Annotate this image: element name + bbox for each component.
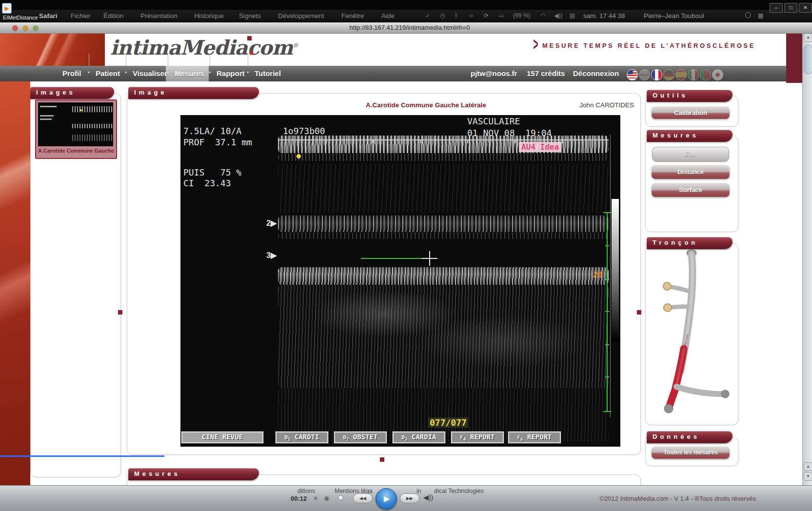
us-depth-label: PROF 37.1 mm [183, 137, 252, 147]
traffic-close-button[interactable] [12, 25, 18, 31]
measurement-line[interactable] [361, 258, 429, 259]
flag-germany-icon[interactable] [663, 69, 674, 80]
logo-registered-mark: ® [293, 42, 298, 49]
us-marker-dot [297, 154, 301, 158]
us-mode-label: VASCULAIRE [467, 116, 520, 126]
user-email[interactable]: pjtw@noos.fr [471, 69, 517, 78]
code-icon[interactable]: ‹› [469, 12, 473, 19]
flag-japan-icon[interactable] [712, 69, 723, 80]
grayscale-bar [612, 199, 619, 341]
player-close-icon[interactable]: ✕ [313, 495, 318, 502]
donnees-panel-tab: Données [647, 431, 733, 443]
page-right-maroon-edge [786, 33, 802, 83]
scroll-up-button-bottom[interactable]: ▲ [804, 462, 812, 471]
us-button-caroti: D1 CAROTI [276, 432, 328, 443]
minimize-button[interactable]: – [770, 3, 783, 13]
surface-button[interactable]: Surface [651, 183, 730, 197]
us-button-cine-revue: CINE REVUE [181, 432, 263, 443]
thumbnail-caption: A.Carotide Commune Gauche [36, 148, 116, 154]
browser-toolbar: http://83.167.41.219/intimamedia.html#h=… [0, 22, 812, 34]
all-measures-button[interactable]: Toutes les mesures [651, 446, 730, 459]
menubar-user[interactable]: Pierre–Jean Touboul [644, 12, 704, 20]
calibration-button[interactable]: Calibration [651, 106, 730, 119]
flag-france-icon[interactable] [651, 69, 662, 80]
splitter-handle-bottom[interactable] [380, 457, 384, 462]
images-panel-tab: Images [30, 87, 114, 99]
us-button-report-5: F5 REPORT [508, 432, 561, 443]
flag-uk-icon[interactable] [639, 69, 650, 80]
tagline-chevron-icon: > [533, 34, 538, 55]
nav-profil[interactable]: Profil [62, 69, 81, 78]
crosshair-v[interactable] [429, 251, 430, 266]
eim-button[interactable]: EIM [652, 147, 729, 161]
header-separator [210, 54, 210, 66]
logout-link[interactable]: Déconnexion [573, 69, 619, 78]
nav-separator-dot: • [125, 69, 127, 76]
volume-icon[interactable]: ◀)) [554, 12, 562, 19]
depth-scale-line [607, 212, 608, 412]
play-button[interactable]: ▶ [376, 488, 397, 510]
player-volume-icon[interactable]: ◀)) [423, 493, 433, 501]
scroll-down-button[interactable]: ▼ [804, 472, 812, 481]
search-icon[interactable] [745, 12, 751, 18]
url-field[interactable]: http://83.167.41.219/intimamedia.html#h=… [244, 24, 575, 32]
menu-signets[interactable]: Signets [239, 12, 261, 20]
traffic-zoom-button[interactable] [33, 25, 39, 31]
player-control-bar: ditions Mentions léga in dical Technolog… [0, 485, 812, 511]
traffic-minimize-button[interactable] [22, 25, 28, 31]
nav-separator-dot: • [167, 69, 169, 76]
close-button[interactable]: ✕ [799, 3, 812, 13]
menu-fichier[interactable]: Fichier [71, 12, 91, 20]
browser-scrollbar[interactable]: ▲ ▲ ▼ [802, 22, 812, 485]
menu-developpement[interactable]: Développement [278, 12, 324, 20]
scroll-thumb[interactable] [804, 45, 812, 74]
us-power-label: PUIS 75 % [183, 167, 241, 177]
distance-button[interactable]: Distance [651, 165, 730, 179]
recorder-app-icon: ▶ [2, 3, 12, 14]
nav-separator-dot: • [88, 69, 90, 76]
logo-text: intimaMedia [110, 36, 247, 59]
image-title: A.Carotide Commune Gauche Latérale [366, 101, 486, 109]
us-marker-2: 2▶ [266, 218, 277, 228]
footer-text-fragment: ditions [297, 488, 315, 494]
flag-italy-icon[interactable] [688, 69, 699, 80]
menu-edition[interactable]: Édition [103, 12, 123, 20]
nav-tutoriel[interactable]: Tutoriel [255, 69, 281, 78]
image-thumbnail-card[interactable]: A.Carotide Commune Gauche [35, 99, 117, 159]
header-separator [168, 54, 168, 66]
bluetooth-icon[interactable]: ᛒ [455, 12, 458, 19]
artery-diagram[interactable]: © 2011 intimaMedia.com [650, 246, 733, 422]
wifi-icon[interactable]: ◠ [540, 12, 545, 19]
display-icon[interactable]: ▭ [498, 12, 504, 19]
splitter-handle-right[interactable] [637, 310, 641, 314]
ultrasound-image[interactable]: 7.5LA/ 10/A PROF 37.1 mm PUIS 75 % CI 23… [180, 115, 620, 447]
status-clock-icon[interactable]: ◷ [440, 12, 445, 19]
splitter-handle-left[interactable] [118, 310, 122, 314]
status-check-icon[interactable]: ✓ [425, 12, 430, 19]
nav-patient[interactable]: Patient [96, 69, 120, 78]
menubar-clock[interactable]: sam. 17 44 38 [583, 12, 625, 20]
spaces-grid-icon[interactable]: ▦ [758, 12, 763, 19]
nav-rapport[interactable]: Rapport [217, 69, 245, 78]
flag-portugal-icon[interactable] [700, 69, 711, 80]
flag-spain-icon[interactable] [675, 69, 687, 80]
nav-mesures[interactable]: Mesures [175, 69, 204, 78]
nav-visualiser[interactable]: Visualiser [133, 69, 167, 78]
sync-icon[interactable]: ⟳ [484, 12, 489, 19]
image-thumbnail[interactable] [38, 102, 113, 146]
menu-historique[interactable]: Historique [194, 12, 224, 20]
us-button-cardia: D3 CARDIA [393, 432, 445, 443]
notes-menu-icon[interactable]: ▤ [570, 12, 575, 19]
stop-button[interactable]: ■ [338, 493, 342, 501]
rewind-button[interactable]: ◀◀ [353, 493, 373, 503]
player-record-icon[interactable]: ◉ [324, 494, 329, 502]
flag-us-icon[interactable] [627, 69, 638, 80]
menu-fenetre[interactable]: Fenêtre [341, 12, 364, 20]
menu-safari[interactable]: Safari [39, 12, 58, 20]
menu-aide[interactable]: Aide [381, 12, 395, 20]
menu-presentation[interactable]: Présentation [140, 12, 178, 20]
scroll-up-button[interactable]: ▲ [804, 33, 812, 42]
site-logo[interactable]: intimaMedia.com® [110, 36, 298, 59]
maximize-button[interactable]: □ [784, 3, 797, 13]
forward-button[interactable]: ▶▶ [400, 493, 419, 503]
